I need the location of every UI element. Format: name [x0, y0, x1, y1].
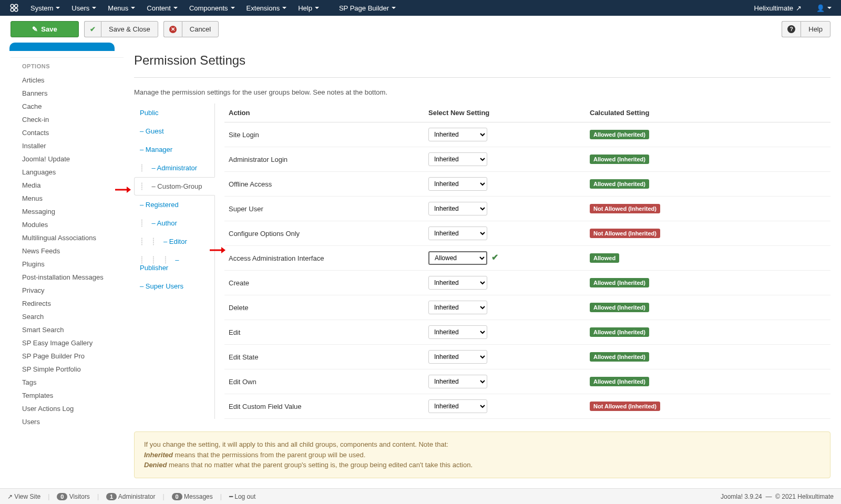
- sidebar-item[interactable]: Tags: [11, 376, 124, 389]
- notice-box: If you change the setting, it will apply…: [134, 431, 830, 478]
- nav-help[interactable]: Help: [293, 1, 324, 15]
- action-label: Access Administration Interface: [224, 246, 424, 271]
- sidebar-item[interactable]: News Feeds: [11, 244, 124, 258]
- sidebar-item[interactable]: Installer: [11, 139, 124, 152]
- user-menu[interactable]: 👤: [811, 1, 837, 15]
- admin-link[interactable]: Administrator: [118, 493, 156, 500]
- col-calculated: Calculated Setting: [586, 104, 830, 122]
- sidebar-item[interactable]: User Actions Log: [11, 402, 124, 415]
- setting-select[interactable]: Inherited: [428, 325, 487, 339]
- setting-select[interactable]: Inherited: [428, 301, 487, 314]
- group-tab[interactable]: ┊ – Administrator: [134, 159, 214, 177]
- chevron-down-icon: [56, 7, 60, 9]
- footer-copyright: © 2021 Helixultimate: [775, 493, 834, 500]
- nav-menus[interactable]: Menus: [102, 1, 140, 15]
- sidebar-item[interactable]: Modules: [11, 218, 124, 231]
- setting-select[interactable]: Inherited: [428, 128, 487, 141]
- group-tab[interactable]: – Registered: [134, 196, 214, 214]
- setting-select[interactable]: Allowed: [428, 251, 487, 265]
- permissions-table: Action Select New Setting Calculated Set…: [224, 104, 830, 419]
- help-icon-button[interactable]: ?: [782, 21, 801, 37]
- sidebar-item[interactable]: Banners: [11, 87, 124, 100]
- sidebar-item[interactable]: Contacts: [11, 126, 124, 139]
- setting-select[interactable]: Inherited: [428, 177, 487, 191]
- setting-select[interactable]: Inherited: [428, 276, 487, 290]
- sidebar-item[interactable]: Articles: [11, 74, 124, 87]
- content: Permission Settings Manage the permissio…: [124, 51, 830, 478]
- permission-row: CreateInheritedAllowed (Inherited): [224, 271, 830, 295]
- sidebar-item[interactable]: Media: [11, 179, 124, 192]
- nav-sp-page-builder[interactable]: SP Page Builder: [334, 1, 401, 15]
- sidebar-item[interactable]: Check-in: [11, 113, 124, 126]
- sidebar-item[interactable]: Post-installation Messages: [11, 271, 124, 284]
- help-button[interactable]: Help: [801, 21, 830, 37]
- toolbar: ✎ Save ✔ Save & Close ✕ Cancel ? Help: [0, 16, 841, 43]
- action-label: Offline Access: [224, 172, 424, 197]
- site-link[interactable]: Helixultimate ↗: [749, 1, 807, 15]
- sidebar-item[interactable]: Redirects: [11, 297, 124, 310]
- action-label: Super User: [224, 197, 424, 221]
- sidebar-item[interactable]: Users: [11, 415, 124, 428]
- setting-select[interactable]: Inherited: [428, 152, 487, 166]
- save-close-button[interactable]: Save & Close: [101, 21, 158, 37]
- group-tab[interactable]: ┊ – Custom-Group: [134, 177, 215, 196]
- joomla-logo-icon[interactable]: [4, 0, 24, 16]
- sidebar-item[interactable]: Languages: [11, 166, 124, 179]
- sidebar-item[interactable]: SP Page Builder Pro: [11, 349, 124, 363]
- setting-select[interactable]: Inherited: [428, 375, 487, 388]
- notice-inherited-text: means that the permissions from the pare…: [173, 451, 365, 459]
- sidebar-item[interactable]: Messaging: [11, 205, 124, 218]
- setting-select[interactable]: Inherited: [428, 350, 487, 364]
- action-label: Edit Custom Field Value: [224, 394, 424, 419]
- group-tab[interactable]: – Manager: [134, 140, 214, 159]
- group-tab[interactable]: – Guest: [134, 122, 214, 140]
- sidebar-item[interactable]: Multilingual Associations: [11, 231, 124, 244]
- cancel-icon-button[interactable]: ✕: [163, 21, 182, 37]
- save-button[interactable]: ✎ Save: [11, 21, 79, 37]
- nav-users[interactable]: Users: [66, 1, 101, 15]
- cancel-button[interactable]: Cancel: [182, 21, 219, 37]
- messages-link[interactable]: Messages: [184, 493, 213, 500]
- permission-row: Offline AccessInheritedAllowed (Inherite…: [224, 172, 830, 197]
- status-badge: Allowed (Inherited): [590, 352, 649, 362]
- chevron-down-icon: [173, 7, 178, 9]
- sidebar-item[interactable]: Menus: [11, 192, 124, 205]
- sidebar-item[interactable]: Templates: [11, 389, 124, 402]
- status-badge: Allowed (Inherited): [590, 327, 649, 337]
- sidebar-item[interactable]: Cache: [11, 100, 124, 113]
- group-tab[interactable]: Public: [134, 104, 214, 122]
- permission-row: Administrator LoginInheritedAllowed (Inh…: [224, 147, 830, 172]
- status-badge: Allowed (Inherited): [590, 130, 649, 139]
- nav-system[interactable]: System: [25, 1, 65, 15]
- action-label: Site Login: [224, 122, 424, 147]
- chevron-down-icon: [131, 7, 135, 9]
- visitors-link[interactable]: Visitors: [69, 493, 90, 500]
- sidebar-item[interactable]: Smart Search: [11, 323, 124, 336]
- group-tab[interactable]: ┊ ┊ ┊ – Publisher: [134, 251, 214, 277]
- sidebar-item[interactable]: Plugins: [11, 258, 124, 271]
- setting-select[interactable]: Inherited: [428, 399, 487, 413]
- logout-link[interactable]: ━ Log out: [229, 493, 255, 500]
- setting-select[interactable]: Inherited: [428, 202, 487, 215]
- svg-point-1: [15, 4, 18, 7]
- nav-extensions[interactable]: Extensions: [241, 1, 292, 15]
- group-tab[interactable]: ┊ ┊ – Editor: [134, 232, 214, 251]
- nav-content[interactable]: Content: [141, 1, 183, 15]
- sidebar-item[interactable]: Privacy: [11, 284, 124, 297]
- group-tab[interactable]: – Super Users: [134, 277, 214, 295]
- setting-select[interactable]: Inherited: [428, 227, 487, 240]
- active-tab[interactable]: [9, 43, 115, 51]
- sidebar-item[interactable]: SP Simple Portfolio: [11, 363, 124, 376]
- sidebar-item[interactable]: Joomla! Update: [11, 152, 124, 166]
- permission-row: Super UserInheritedNot Allowed (Inherite…: [224, 197, 830, 221]
- minus-icon: ━: [229, 493, 233, 500]
- sidebar-item[interactable]: SP Easy Image Gallery: [11, 336, 124, 349]
- nav-components[interactable]: Components: [184, 1, 240, 15]
- save-close-icon-button[interactable]: ✔: [84, 21, 101, 37]
- group-tab[interactable]: ┊ – Author: [134, 214, 214, 232]
- view-site-link[interactable]: ↗ View Site: [7, 493, 40, 500]
- action-label: Edit: [224, 320, 424, 345]
- permission-row: DeleteInheritedAllowed (Inherited): [224, 295, 830, 320]
- sidebar-item[interactable]: Search: [11, 310, 124, 323]
- status-badge: Allowed (Inherited): [590, 278, 649, 287]
